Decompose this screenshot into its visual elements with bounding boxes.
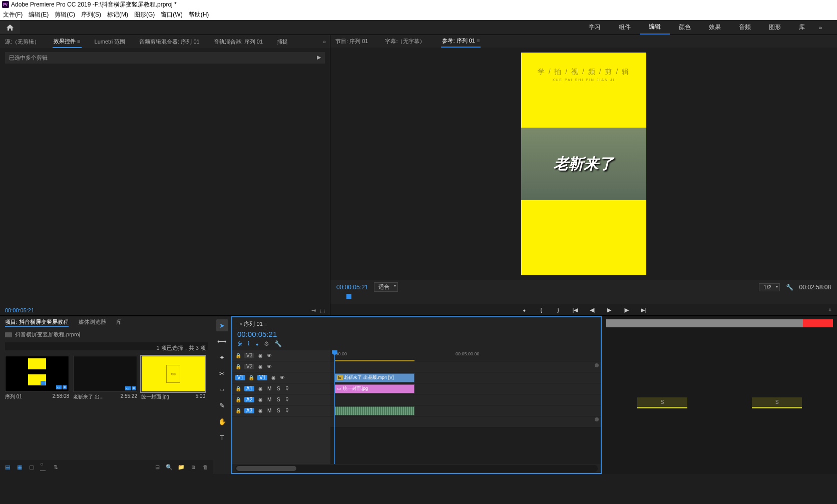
track-header-v1[interactable]: V1🔒V1◉👁 (232, 372, 330, 383)
menu-file[interactable]: 文件(F) (3, 11, 23, 19)
timeline-wrench-icon[interactable]: 🔧 (274, 340, 282, 347)
step-forward-button[interactable]: |▶ (622, 306, 630, 314)
step-back-button[interactable]: ◀| (588, 306, 596, 314)
bin-item-cover[interactable]: 封面 统一封面.jpg5:00 (141, 356, 205, 400)
clip-audio[interactable] (334, 406, 414, 415)
linked-selection-icon[interactable]: ⌇ (247, 340, 250, 347)
zoom-slider[interactable]: ○— (40, 463, 47, 470)
bin-item-video[interactable]: ▭≡ 老靳来了 出...2:55:22 (73, 356, 137, 400)
ws-effects[interactable]: 效果 (700, 20, 730, 35)
tab-libraries[interactable]: 库 (116, 318, 122, 327)
source-tabs-overflow[interactable]: » (323, 39, 326, 45)
mark-in-button[interactable]: { (537, 306, 545, 314)
source-insert-icon[interactable]: ⇥ (311, 307, 316, 314)
settings-wrench-icon[interactable]: 🔧 (786, 284, 793, 291)
effect-play-icon[interactable]: ▶ (317, 54, 321, 62)
clip-image[interactable]: 统一封面.jpg (334, 384, 414, 393)
tab-audio-clip-mixer[interactable]: 音频剪辑混合器: 序列 01 (138, 36, 200, 48)
list-view-icon[interactable]: ▤ (4, 463, 11, 470)
playhead-line[interactable] (334, 350, 335, 464)
menu-help[interactable]: 帮助(H) (189, 11, 209, 19)
add-marker-button[interactable]: ⬥ (520, 306, 528, 314)
menu-sequence[interactable]: 序列(S) (81, 11, 101, 19)
timeline-tab[interactable]: 序列 01 (237, 319, 269, 329)
scrubber-playhead[interactable] (346, 294, 351, 299)
tab-reference[interactable]: 参考: 序列 01 (441, 35, 481, 48)
project-breadcrumb[interactable]: 抖音横屏变竖屏教程.prproj (0, 329, 213, 340)
menu-marker[interactable]: 标记(M) (107, 11, 128, 19)
track-a3[interactable] (330, 416, 601, 427)
track-v1[interactable]: 统一封面.jpg (330, 383, 601, 394)
program-timecode-left[interactable]: 00:00:05:21 (336, 284, 368, 291)
timeline-settings-icon[interactable]: ⚙ (264, 340, 269, 347)
track-header-a3[interactable]: 🔒A3◉MS🎙 (232, 405, 330, 416)
go-to-in-button[interactable]: |◀ (571, 306, 579, 314)
menu-window[interactable]: 窗口(W) (161, 11, 182, 19)
sort-icon[interactable]: ⇅ (52, 463, 59, 470)
program-monitor[interactable]: 学 / 拍 / 视 / 频 / 剪 / 辑 XUE PAI SHI PIN JI… (330, 48, 837, 280)
type-tool[interactable]: T (216, 431, 228, 443)
ws-audio[interactable]: 音频 (730, 20, 760, 35)
icon-view-icon[interactable]: ▦ (16, 463, 23, 470)
track-area[interactable]: :00:00 00:05:00:00 老靳来了 出品版.mp4 [V] 统一封面… (330, 350, 601, 464)
delete-icon[interactable]: 🗑 (202, 463, 209, 470)
go-to-out-button[interactable]: ▶| (639, 306, 647, 314)
menu-edit[interactable]: 编辑(E) (29, 11, 49, 19)
slip-tool[interactable]: ↔ (216, 383, 228, 395)
track-header-a2[interactable]: 🔒A2◉MS🎙 (232, 394, 330, 405)
tab-captions[interactable]: 字幕:（无字幕） (384, 36, 426, 47)
ws-color[interactable]: 颜色 (670, 20, 700, 35)
resolution-dropdown[interactable]: 1/2 (759, 283, 779, 291)
tab-program[interactable]: 节目: 序列 01 (334, 36, 369, 47)
tab-audio-track-mixer[interactable]: 音轨混合器: 序列 01 (213, 36, 264, 48)
source-timecode[interactable]: 00:00:05:21 (5, 307, 34, 313)
menu-clip[interactable]: 剪辑(C) (55, 11, 75, 19)
hand-tool[interactable]: ✋ (216, 415, 228, 427)
timeline-timecode[interactable]: 00:00:05:21 (232, 329, 601, 339)
pen-tool[interactable]: ✎ (216, 399, 228, 411)
solo-right[interactable]: S (752, 397, 802, 408)
ws-learn[interactable]: 学习 (580, 20, 610, 35)
button-editor-plus-icon[interactable]: + (826, 306, 834, 314)
ws-graphics[interactable]: 图形 (760, 20, 790, 35)
track-a2[interactable] (330, 405, 601, 416)
bin-item-sequence[interactable]: ▭≡ 序列 012:58:08 (5, 356, 69, 400)
ws-libraries[interactable]: 库 (790, 20, 814, 35)
snap-toggle-icon[interactable]: ※ (237, 340, 242, 347)
zoom-fit-dropdown[interactable]: 适合 (374, 282, 398, 292)
tab-project[interactable]: 项目: 抖音横屏变竖屏教程 (5, 318, 69, 327)
menu-graphics[interactable]: 图形(G) (134, 11, 155, 19)
ripple-edit-tool[interactable]: ✦ (216, 351, 228, 363)
tab-media-browser[interactable]: 媒体浏览器 (79, 318, 106, 327)
track-select-tool[interactable]: ⟷ (216, 335, 228, 347)
source-overwrite-icon[interactable]: ⬚ (320, 307, 325, 314)
track-v3[interactable] (330, 361, 601, 372)
clip-video[interactable]: 老靳来了 出品版.mp4 [V] (334, 373, 414, 382)
freeform-view-icon[interactable]: ▢ (28, 463, 35, 470)
ws-assembly[interactable]: 组件 (610, 20, 640, 35)
tab-source-noclip[interactable]: 源:（无剪辑） (4, 36, 41, 48)
tab-effect-controls[interactable]: 效果控件 (53, 36, 81, 48)
track-header-a1[interactable]: 🔒A1◉MS🎙 (232, 383, 330, 394)
monitor-scrubber[interactable] (336, 294, 831, 301)
play-button[interactable]: ▶ (605, 306, 613, 314)
ws-editing[interactable]: 编辑 (640, 20, 670, 35)
new-bin-icon[interactable]: 📁 (178, 463, 185, 470)
track-header-v2[interactable]: 🔒V2◉👁 (232, 361, 330, 372)
automate-to-seq-icon[interactable]: ⊟ (154, 463, 161, 470)
ws-overflow-button[interactable]: » (814, 25, 827, 31)
selection-tool[interactable]: ➤ (216, 319, 228, 331)
add-marker-icon[interactable]: ⬥ (255, 340, 259, 347)
tab-lumetri-scopes[interactable]: Lumetri 范围 (94, 36, 127, 48)
mark-out-button[interactable]: } (554, 306, 562, 314)
solo-left[interactable]: S (637, 397, 687, 408)
track-header-v3[interactable]: 🔒V3◉👁 (232, 350, 330, 361)
time-ruler[interactable]: :00:00 00:05:00:00 (330, 350, 601, 361)
razor-tool[interactable]: ✂ (216, 367, 228, 379)
track-v2[interactable]: 老靳来了 出品版.mp4 [V] (330, 372, 601, 383)
timeline-vscroll[interactable] (594, 362, 600, 456)
new-item-icon[interactable]: 🗎 (190, 463, 197, 470)
tab-capture[interactable]: 捕捉 (276, 36, 289, 48)
track-a1[interactable] (330, 394, 601, 405)
home-button[interactable] (0, 20, 20, 35)
